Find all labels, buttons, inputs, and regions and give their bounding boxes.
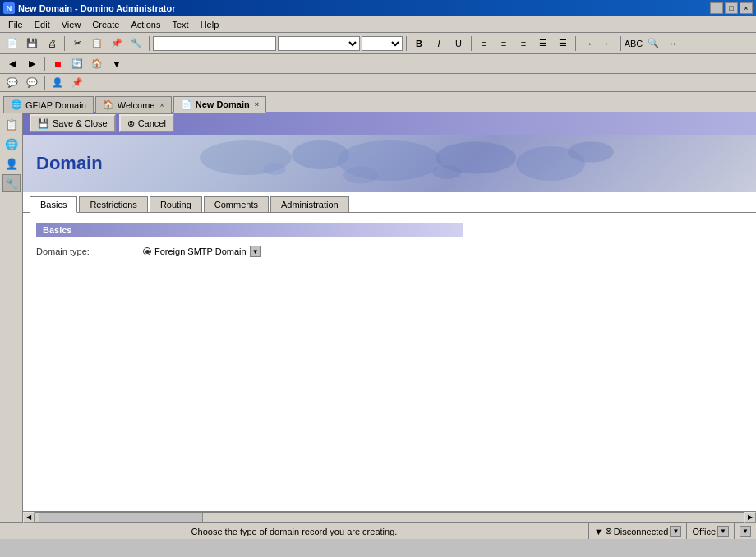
search-find[interactable]: 🔍 [644,35,662,52]
menu-create[interactable]: Create [87,18,124,31]
tab-bar: 🌐 GFIAP Domain 🏠 Welcome × 📄 New Domain … [0,92,756,112]
search-input[interactable] [153,36,276,51]
section-tab-restrictions[interactable]: Restrictions [79,196,147,212]
status-arrow-1: ▼ [594,527,603,536]
size-dropdown[interactable] [362,36,403,51]
align-center[interactable]: ≡ [495,35,513,52]
domain-type-radio[interactable] [143,247,151,255]
world-map-bg [23,135,756,192]
tab-gfiap-icon: 🌐 [11,99,22,110]
svg-point-5 [568,141,614,162]
save-close-button[interactable]: 💾 Save & Close [30,114,116,132]
spell-button[interactable]: ABC [625,35,643,52]
scroll-left-button[interactable]: ◀ [23,512,35,523]
maximize-button[interactable]: □ [725,2,738,14]
doc-header: Domain [23,135,756,192]
main-area: 📋 🌐 👤 🔧 💾 Save & Close ⊗ Cancel [0,112,756,522]
font-dropdown[interactable] [278,36,360,51]
sidebar-btn-1[interactable]: 📋 [2,115,21,133]
indent-button[interactable]: → [579,35,597,52]
status-connection: ▼ ⊗ Disconnected ▼ [588,523,687,539]
cancel-button[interactable]: ⊗ Cancel [119,114,174,132]
home-button[interactable]: 🏠 [88,56,106,72]
chat-btn3[interactable]: 👤 [48,75,67,91]
app-icon: N [3,2,15,14]
copy-button[interactable]: 📋 [88,35,106,52]
tab-welcome-close[interactable]: × [159,101,164,109]
bullet-list[interactable]: ☰ [534,35,552,52]
domain-type-dropdown-arrow[interactable]: ▼ [250,246,261,257]
section-tab-basics[interactable]: Basics [30,196,77,213]
cancel-icon: ⊗ [127,118,135,129]
align-right[interactable]: ≡ [514,35,532,52]
nav-dropdown[interactable]: ▼ [108,56,126,72]
section-header-basics: Basics [36,223,463,237]
doc-title: Domain [36,153,103,174]
status-connection-label: Disconnected [614,527,669,536]
separator-4 [471,36,472,51]
menu-help[interactable]: Help [196,18,224,31]
menu-text[interactable]: Text [167,18,193,31]
scroll-thumb[interactable] [39,513,203,522]
back-button[interactable]: ◀ [3,56,21,72]
action-bar: 💾 Save & Close ⊗ Cancel [23,112,756,135]
outdent-button[interactable]: ← [599,35,617,52]
stop-button[interactable]: ⏹ [48,56,67,72]
separator-3 [406,36,407,51]
italic-button[interactable]: I [430,35,448,52]
scroll-track[interactable] [35,512,744,523]
tab-gfiap[interactable]: 🌐 GFIAP Domain [3,96,94,113]
minimize-button[interactable]: _ [710,2,723,14]
print-button[interactable]: 🖨 [43,35,61,52]
tab-new-domain[interactable]: 📄 New Domain × [173,96,266,113]
refresh-button[interactable]: 🔄 [68,56,86,72]
domain-type-label: Domain type: [36,246,143,256]
chat-sep [44,76,45,90]
scroll-right-button[interactable]: ▶ [744,512,756,523]
paste-button[interactable]: 📌 [108,35,126,52]
sidebar-btn-4[interactable]: 🔧 [2,174,21,192]
sidebar-btn-3[interactable]: 👤 [2,154,21,173]
status-connection-dropdown[interactable]: ▼ [670,526,681,537]
chat-btn1[interactable]: 💬 [3,75,21,91]
separator-5 [575,36,576,51]
form-content: Basics Domain type: Foreign SMTP Domain … [23,213,756,511]
numbered-list[interactable]: ☰ [554,35,572,52]
tab-welcome-label: Welcome [118,100,155,110]
bold-button[interactable]: B [410,35,428,52]
chat-btn4[interactable]: 📌 [68,75,86,91]
forward-button[interactable]: ▶ [23,56,41,72]
save-button[interactable]: 💾 [23,35,41,52]
section-tab-comments[interactable]: Comments [204,196,269,212]
nav-sep [44,57,45,71]
replace-button[interactable]: ↔ [664,35,682,52]
svg-point-8 [263,163,286,175]
menu-edit[interactable]: Edit [30,18,55,31]
menu-file[interactable]: File [3,18,28,31]
align-left[interactable]: ≡ [475,35,493,52]
status-extra-dropdown[interactable]: ▼ [740,526,751,537]
new-button[interactable]: 📄 [3,35,21,52]
menu-bar: File Edit View Create Actions Text Help [0,16,756,33]
tab-welcome[interactable]: 🏠 Welcome × [95,96,172,113]
underline-button[interactable]: U [449,35,468,52]
cut-button[interactable]: ✂ [68,35,86,52]
status-office: Office ▼ [686,523,734,539]
status-office-dropdown[interactable]: ▼ [717,526,729,537]
section-tab-administration[interactable]: Administration [270,196,349,212]
sidebar: 📋 🌐 👤 🔧 [0,112,23,522]
svg-point-6 [343,167,378,184]
menu-actions[interactable]: Actions [126,18,165,31]
sidebar-btn-2[interactable]: 🌐 [2,135,21,153]
menu-view[interactable]: View [57,18,86,31]
status-message: Choose the type of domain record you are… [0,527,588,536]
tab-new-domain-close[interactable]: × [255,100,259,108]
close-button[interactable]: × [740,2,753,14]
chat-btn2[interactable]: 💬 [23,75,41,91]
section-tab-routing[interactable]: Routing [150,196,202,212]
title-buttons: _ □ × [710,2,753,14]
status-bar: Choose the type of domain record you are… [0,522,756,539]
format-button[interactable]: 🔧 [127,35,145,52]
cancel-label: Cancel [138,118,166,128]
tab-new-domain-icon: 📄 [181,99,192,110]
